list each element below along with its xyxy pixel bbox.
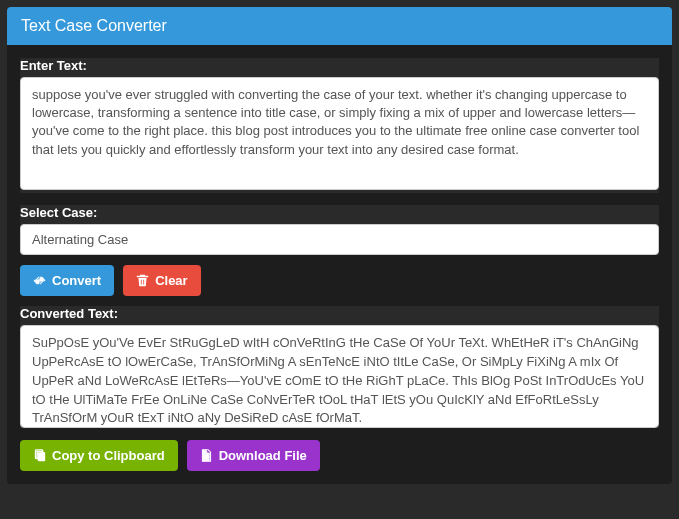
clear-button[interactable]: Clear [123,265,201,296]
clear-label: Clear [155,273,188,288]
download-button[interactable]: Download File [187,440,320,471]
copy-icon [33,449,46,462]
download-label: Download File [219,448,307,463]
output-section: Converted Text: SuPpOsE yOu'Ve EvEr StRu… [20,306,659,428]
convert-label: Convert [52,273,101,288]
panel-body: Enter Text: Select Case: Alternating Cas… [7,45,672,484]
select-section: Select Case: Alternating Case [20,205,659,255]
panel-title: Text Case Converter [7,7,672,45]
input-section: Enter Text: [20,58,659,193]
convert-icon [33,274,46,287]
svg-rect-1 [38,452,45,461]
download-icon [200,449,213,462]
input-textarea[interactable] [20,77,659,190]
copy-button[interactable]: Copy to Clipboard [20,440,178,471]
main-panel: Text Case Converter Enter Text: Select C… [7,7,672,484]
output-textarea[interactable]: SuPpOsE yOu'Ve EvEr StRuGgLeD wItH cOnVe… [20,325,659,428]
copy-label: Copy to Clipboard [52,448,165,463]
footer-row: Copy to Clipboard Download File [20,440,659,471]
trash-icon [136,274,149,287]
output-label: Converted Text: [20,306,659,321]
case-select[interactable]: Alternating Case [20,224,659,255]
convert-button[interactable]: Convert [20,265,114,296]
select-value: Alternating Case [32,232,128,247]
select-label: Select Case: [20,205,659,220]
action-row: Convert Clear [20,265,659,296]
input-label: Enter Text: [20,58,659,73]
